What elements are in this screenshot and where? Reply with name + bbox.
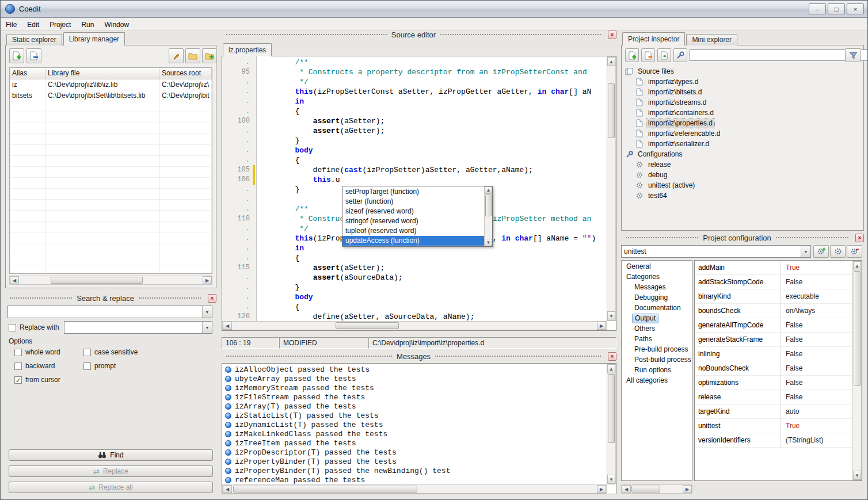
scroll-up-icon[interactable]: ▲ — [607, 57, 615, 66]
remove-library-button[interactable] — [26, 48, 41, 63]
code-line[interactable]: 100 assert(aSetter); — [222, 116, 607, 126]
inspector-filter-input[interactable] — [690, 49, 868, 61]
add-source-button[interactable] — [625, 48, 639, 62]
search-term-combobox[interactable]: ▼ — [7, 306, 212, 318]
code-line[interactable]: . body — [222, 146, 607, 155]
tab-library-manager[interactable]: Library manager — [63, 32, 125, 45]
filter-button[interactable] — [845, 48, 861, 62]
open-library-folder-button[interactable] — [185, 48, 200, 63]
close-button[interactable]: × — [847, 3, 864, 14]
search-replace-header[interactable]: Search & replace × — [5, 293, 216, 303]
minimize-button[interactable]: – — [809, 3, 826, 14]
property-value[interactable]: False — [781, 390, 852, 404]
message-item[interactable]: izDynamicList(T) passed the tests — [223, 420, 607, 429]
property-value[interactable]: True — [781, 261, 852, 274]
clone-config-button[interactable] — [830, 245, 846, 258]
refresh-sources-button[interactable] — [657, 48, 671, 62]
message-item[interactable]: ubyteArray passed the tests — [223, 374, 607, 383]
checkbox-whole-word[interactable]: whole word — [14, 346, 83, 358]
scroll-left-icon[interactable]: ◀ — [10, 276, 19, 284]
tree-item-import-iz-serializer-d[interactable]: import\iz\serializer.d — [624, 139, 861, 149]
scroll-left-icon[interactable]: ◀ — [223, 485, 232, 493]
code-line[interactable]: 115 assert(aSetter); — [222, 263, 607, 273]
replace-button[interactable]: ⇄ Replace — [9, 465, 213, 477]
scroll-thumb[interactable] — [233, 486, 417, 493]
code-line[interactable]: . in — [222, 97, 607, 106]
category-debugging[interactable]: Debugging — [622, 293, 692, 303]
add-folder-button[interactable] — [202, 48, 217, 63]
completion-item[interactable]: stringof (reserved word) — [342, 216, 484, 226]
tree-node-source-files[interactable]: Source files — [624, 66, 861, 77]
property-row-generatestackframe[interactable]: generateStackFrameFalse — [695, 333, 852, 347]
scroll-up-icon[interactable]: ▲ — [853, 261, 861, 270]
property-value[interactable]: auto — [781, 404, 852, 418]
scroll-left-icon[interactable]: ◀ — [622, 485, 631, 493]
property-row-addmain[interactable]: addMainTrue — [695, 261, 852, 275]
category-general[interactable]: General — [622, 262, 692, 272]
menu-item-edit[interactable]: Edit — [22, 18, 44, 30]
tree-item-import-iz-containers-d[interactable]: import\iz\containers.d — [624, 108, 861, 118]
add-library-button[interactable] — [9, 48, 24, 63]
tree-item-test64[interactable]: test64 — [624, 190, 861, 201]
property-row-optimizations[interactable]: optimizationsFalse — [695, 376, 852, 390]
chevron-down-icon[interactable]: ▼ — [202, 322, 212, 333]
category-pre-build-process[interactable]: Pre-build process — [622, 345, 692, 355]
category-categories[interactable]: Categories — [622, 272, 692, 283]
tab-static-explorer[interactable]: Static explorer — [6, 34, 62, 45]
property-value[interactable]: onAlways — [781, 304, 852, 318]
completion-item[interactable]: tupleof (reserved word) — [342, 226, 484, 236]
completion-item[interactable]: setter (function) — [342, 197, 484, 207]
category-output[interactable]: Output — [622, 314, 692, 324]
remove-source-button[interactable] — [641, 48, 655, 62]
message-item[interactable]: izTreeItem passed the tests — [223, 438, 607, 448]
source-editor-header[interactable]: Source editor × — [222, 29, 616, 40]
property-row-versionidentifiers[interactable]: versionIdentifiers(TStringList) — [695, 433, 852, 448]
tree-item-release[interactable]: release — [624, 159, 861, 170]
property-row-targetkind[interactable]: targetKindauto — [695, 404, 852, 419]
property-row-unittest[interactable]: unittestTrue — [695, 419, 852, 433]
category-all-categories[interactable]: All categories — [622, 376, 692, 386]
menu-item-window[interactable]: Window — [99, 18, 134, 30]
property-row-noboundscheck[interactable]: noBoundsCheckFalse — [695, 361, 852, 376]
scroll-left-icon[interactable]: ◀ — [223, 322, 232, 330]
tab-project-inspector[interactable]: Project inspector — [622, 32, 685, 45]
code-line[interactable]: . body — [222, 292, 607, 302]
messages-hscrollbar[interactable]: ◀ ▶ — [222, 484, 607, 494]
column-header-library-file[interactable]: Library file — [45, 68, 159, 79]
close-panel-icon[interactable]: × — [855, 234, 864, 242]
scroll-thumb[interactable] — [608, 83, 615, 138]
checkbox-backward[interactable]: backward — [14, 360, 83, 372]
code-line[interactable]: 106 this.u — [222, 175, 607, 185]
code-line[interactable]: . { — [222, 155, 607, 165]
message-item[interactable]: izMakeLinkedClass passed the tests — [223, 429, 607, 438]
close-panel-icon[interactable]: × — [608, 30, 616, 39]
property-row-binarykind[interactable]: binaryKindexecutable — [695, 289, 852, 304]
property-value[interactable]: False — [781, 318, 852, 332]
tools-button[interactable] — [673, 48, 687, 62]
editor-hscrollbar[interactable]: ◀ ▶ — [222, 321, 607, 330]
scroll-up-icon[interactable]: ▲ — [607, 364, 615, 373]
chevron-down-icon[interactable]: ▼ — [801, 246, 810, 257]
property-row-inlining[interactable]: inliningFalse — [695, 347, 852, 361]
code-line[interactable]: 95 * Constructs a property descriptor fr… — [222, 67, 607, 77]
code-line[interactable]: . assert(aGetter); — [222, 126, 607, 136]
column-header-sources-root[interactable]: Sources root — [159, 68, 212, 79]
project-config-header[interactable]: Project configuration × — [621, 232, 864, 243]
tree-item-import-iz-streams-d[interactable]: import\iz\streams.d — [624, 97, 861, 108]
code-line[interactable]: . { — [222, 253, 607, 263]
code-line[interactable]: 105 define(cast(izPropSetter)aSetter, aG… — [222, 165, 607, 175]
column-header-alias[interactable]: Alias — [10, 68, 45, 79]
code-line[interactable]: . this(izPropSetterConst aSetter, izProp… — [222, 87, 607, 97]
category-post-build-process[interactable]: Post-build process — [622, 355, 692, 365]
message-item[interactable]: izPropertyBinder(T) passed the tests — [223, 457, 607, 466]
category-hscrollbar[interactable]: ◀ ▶ — [621, 484, 692, 494]
edit-alias-button[interactable] — [169, 48, 184, 63]
find-button[interactable]: Find — [9, 449, 213, 461]
scroll-down-icon[interactable]: ▼ — [607, 311, 615, 320]
scroll-thumb[interactable] — [608, 374, 615, 443]
code-line[interactable]: . } — [222, 283, 607, 292]
code-line[interactable]: . assert(aSourceData); — [222, 273, 607, 283]
checkbox-from-cursor[interactable]: ✓from cursor — [14, 374, 83, 386]
replace-with-combobox[interactable]: ▼ — [64, 321, 212, 334]
code-line[interactable]: . { — [222, 106, 607, 116]
